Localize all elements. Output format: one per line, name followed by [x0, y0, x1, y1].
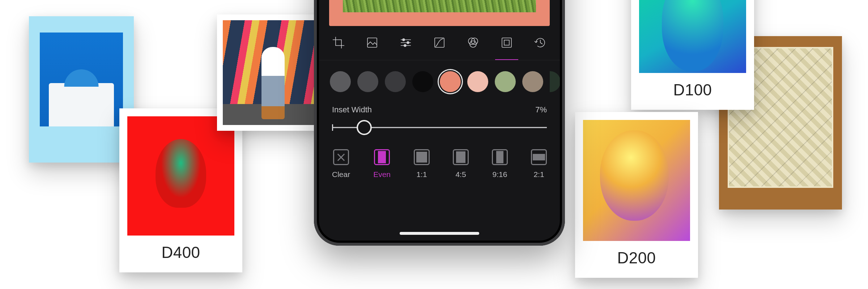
filter-label: D100: [639, 73, 746, 110]
svg-point-2: [407, 42, 409, 44]
phone-screen: Inset Width 7% ClearEven1:14:59:162:1: [319, 0, 560, 241]
color-tool[interactable]: [464, 34, 482, 51]
color-swatch[interactable]: [440, 71, 461, 92]
curves-icon: [432, 35, 447, 50]
aspect-even[interactable]: Even: [373, 149, 391, 179]
aspect-ratio-row: ClearEven1:14:59:162:1: [319, 138, 560, 182]
filter-label: D400: [127, 236, 234, 272]
history-tool[interactable]: [532, 34, 549, 51]
svg-point-1: [403, 39, 405, 41]
sliders-tool[interactable]: [397, 34, 414, 51]
history-icon: [533, 35, 548, 50]
frame-icon: [499, 35, 514, 50]
aspect-label: 1:1: [416, 170, 427, 179]
aspect-icon: [374, 149, 390, 165]
aspect-clear[interactable]: Clear: [332, 149, 350, 179]
phone-frame: Inset Width 7% ClearEven1:14:59:162:1: [314, 0, 565, 246]
filter-card-d400[interactable]: D400: [119, 108, 242, 272]
aspect-label: 2:1: [533, 170, 544, 179]
sample-image: [127, 116, 234, 236]
inset-width-slider[interactable]: [332, 120, 547, 135]
color-swatch[interactable]: [467, 71, 488, 92]
sample-image: [583, 120, 690, 241]
aspect-icon: [531, 149, 547, 165]
svg-rect-9: [504, 40, 509, 45]
frame-tool[interactable]: [498, 34, 515, 51]
crop-tool[interactable]: [330, 34, 347, 51]
color-swatch[interactable]: [522, 71, 543, 92]
aspect-shape: [456, 151, 465, 163]
svg-rect-0: [367, 38, 377, 47]
color-swatch[interactable]: [495, 71, 516, 92]
color-swatch-row: [319, 60, 560, 96]
aspect-label: 4:5: [455, 170, 466, 179]
aspect-shape: [496, 151, 503, 163]
filter-label: D200: [583, 241, 690, 278]
sample-image: [40, 33, 123, 126]
color-swatch[interactable]: [357, 71, 378, 92]
aspect-label: 9:16: [493, 170, 507, 179]
aspect-icon: [414, 149, 430, 165]
slider-value: 7%: [535, 105, 547, 115]
aspect-icon: [333, 149, 349, 165]
image-icon: [365, 35, 379, 50]
color-icon: [466, 35, 480, 50]
svg-point-3: [404, 44, 406, 47]
sliders-icon: [399, 35, 413, 50]
aspect-1-1[interactable]: 1:1: [414, 149, 430, 179]
home-indicator[interactable]: [400, 232, 479, 235]
filter-card-d200[interactable]: D200: [575, 112, 698, 278]
aspect-shape: [416, 152, 427, 163]
svg-rect-8: [502, 38, 511, 47]
sample-image: [223, 20, 323, 125]
slider-origin-tick: [332, 124, 333, 131]
sample-card-church: [29, 16, 134, 163]
image-tool[interactable]: [363, 34, 381, 51]
aspect-2-1[interactable]: 2:1: [531, 149, 547, 179]
aspect-icon: [453, 149, 469, 165]
sample-card-mural: [217, 14, 329, 131]
color-swatch[interactable]: [385, 71, 406, 92]
image-preview[interactable]: [343, 0, 536, 12]
color-swatch[interactable]: [330, 71, 351, 92]
aspect-9-16[interactable]: 9:16: [492, 149, 508, 179]
color-swatch[interactable]: [550, 71, 560, 92]
aspect-icon: [492, 149, 508, 165]
tool-row: [319, 34, 560, 60]
aspect-shape: [378, 151, 386, 163]
aspect-4-5[interactable]: 4:5: [453, 149, 469, 179]
sample-image: [639, 0, 746, 73]
curves-tool[interactable]: [431, 34, 448, 51]
filter-card-d100[interactable]: D100: [631, 0, 754, 110]
slider-label: Inset Width: [332, 105, 372, 115]
crop-icon: [331, 35, 346, 50]
aspect-label: Even: [373, 170, 391, 179]
slider-block: Inset Width 7%: [319, 96, 560, 138]
aspect-label: Clear: [332, 170, 350, 179]
image-preview-frame: [329, 0, 550, 26]
color-swatch[interactable]: [412, 71, 433, 92]
aspect-shape: [533, 154, 545, 160]
slider-thumb[interactable]: [357, 120, 372, 135]
